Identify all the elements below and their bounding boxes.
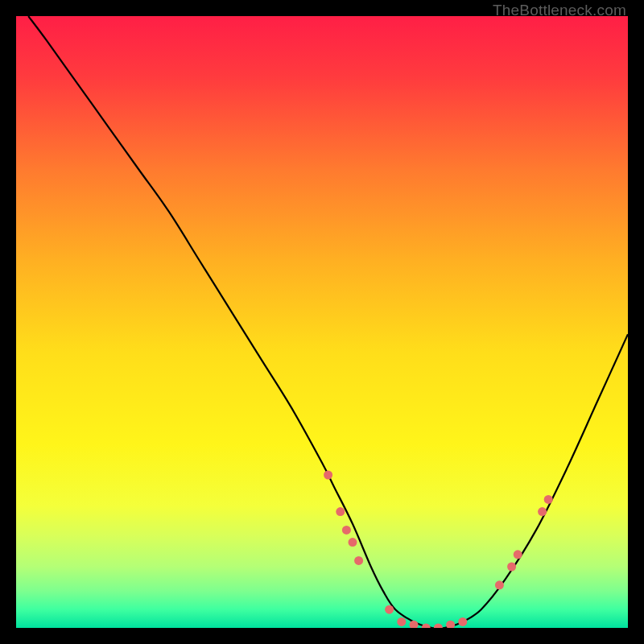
curve-layer bbox=[16, 16, 628, 628]
scatter-point bbox=[336, 507, 345, 516]
highlight-points bbox=[324, 471, 553, 629]
scatter-point bbox=[410, 621, 419, 628]
scatter-point bbox=[507, 563, 516, 572]
scatter-point bbox=[495, 580, 504, 589]
scatter-point bbox=[342, 526, 351, 535]
scatter-point bbox=[349, 538, 357, 547]
plot-area bbox=[16, 16, 628, 628]
scatter-point bbox=[324, 471, 332, 480]
scatter-point bbox=[446, 621, 455, 628]
scatter-point bbox=[458, 617, 467, 626]
scatter-point bbox=[397, 617, 406, 626]
scatter-point bbox=[385, 605, 394, 614]
scatter-point bbox=[514, 550, 522, 559]
chart-frame: TheBottleneck.com bbox=[0, 0, 644, 644]
scatter-point bbox=[544, 495, 553, 504]
scatter-point bbox=[434, 624, 443, 629]
scatter-point bbox=[538, 507, 547, 516]
scatter-point bbox=[354, 556, 363, 565]
bottleneck-curve bbox=[28, 16, 628, 628]
scatter-point bbox=[422, 624, 431, 629]
